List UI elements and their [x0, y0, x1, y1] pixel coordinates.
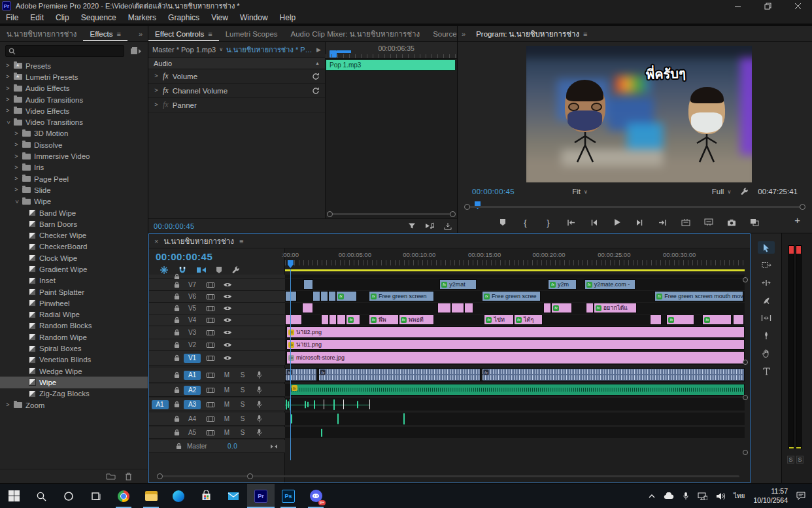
source-patch[interactable]: A1	[149, 400, 171, 409]
V2-lane[interactable]: fxนาย1.png	[285, 339, 745, 350]
timeline-vscroll-knob[interactable]	[743, 360, 748, 365]
lock-toggle[interactable]	[173, 443, 184, 450]
lock-toggle[interactable]	[171, 354, 182, 362]
chevron-right-icon[interactable]: >	[14, 187, 19, 193]
effect-row-volume[interactable]: >fxVolume	[148, 69, 325, 84]
timeline-clip-ไข่ท[interactable]: fxไข่ท	[484, 314, 514, 325]
timeline-clip[interactable]	[328, 291, 336, 301]
selection-tool[interactable]	[758, 241, 775, 254]
effects-tree-item-immersive-video[interactable]: >Immersive Video	[0, 150, 148, 161]
effects-tree-item-clock-wipe[interactable]: Clock Wipe	[0, 252, 148, 263]
track-name-label[interactable]: V2	[184, 341, 201, 350]
mute-button[interactable]: M	[219, 429, 235, 436]
linked-selection-icon[interactable]	[196, 266, 207, 274]
panel-menu-icon[interactable]: ≡	[583, 30, 587, 38]
sync-lock-toggle[interactable]	[202, 430, 219, 436]
chevron-down-icon[interactable]: >	[5, 120, 11, 125]
effects-tree-item-video-transitions[interactable]: >Video Transitions	[0, 116, 148, 127]
voiceover-record-mic[interactable]	[250, 415, 267, 423]
onedrive-icon[interactable]	[664, 492, 674, 500]
effects-tree-item-wedge-wipe[interactable]: Wedge Wipe	[0, 365, 148, 377]
timeline-clip[interactable]	[543, 303, 551, 313]
export-icon[interactable]	[444, 222, 452, 230]
timeline-ruler[interactable]: :00:0000:00:05:0000:00:10:0000:00:15:000…	[285, 250, 745, 275]
tab-effects[interactable]: Effects≡	[83, 26, 127, 41]
chevron-down-icon[interactable]: ∨	[219, 46, 223, 52]
timeline-clip-นาย2.png[interactable]: fxนาย2.png	[286, 326, 745, 338]
effects-tree-item-random-wipe[interactable]: Random Wipe	[0, 331, 148, 343]
chevron-right-icon[interactable]: >	[5, 74, 10, 80]
effects-tree-item-audio-transitions[interactable]: >Audio Transitions	[0, 94, 148, 105]
sync-lock-toggle[interactable]	[202, 330, 219, 336]
track-name[interactable]: V5	[182, 304, 202, 313]
effects-tree-item-wipe[interactable]: Wipe	[0, 377, 148, 388]
V6-lane[interactable]: fxfxFree green screenfxFree green screef…	[285, 291, 745, 302]
razor-tool[interactable]	[758, 294, 775, 307]
chevron-right-icon[interactable]: >	[14, 154, 19, 160]
mute-button[interactable]: M	[219, 401, 235, 408]
timeline-clip[interactable]: fx	[336, 291, 357, 301]
track-name-label[interactable]: V3	[184, 328, 201, 337]
track-output-eye-toggle[interactable]	[219, 317, 236, 323]
track-name-label[interactable]: A4	[184, 415, 201, 424]
effects-tree-item-paint-splatter[interactable]: Paint Splatter	[0, 286, 148, 297]
track-output-eye-toggle[interactable]	[219, 305, 236, 311]
A3-lane[interactable]	[285, 398, 745, 411]
effects-tree-item-band-wipe[interactable]: Band Wipe	[0, 207, 148, 218]
effects-tree-item-3d-motion[interactable]: >3D Motion	[0, 128, 148, 139]
reset-icon[interactable]	[312, 73, 320, 80]
sync-lock-toggle[interactable]	[202, 355, 219, 362]
effects-tree-item-video-effects[interactable]: >Video Effects	[0, 105, 148, 116]
microphone-tray-icon[interactable]	[683, 492, 689, 500]
track-output-eye-toggle[interactable]	[219, 342, 236, 348]
lock-toggle[interactable]	[171, 281, 182, 288]
timeline-clip-microsoft-store.jpg[interactable]: fxmicrosoft-store.jpg	[286, 351, 745, 364]
tab-ec-2[interactable]: Audio Clip Mixer: น.นายชิบหายการช่าง	[284, 26, 427, 41]
timeline-clip-พพอดี[interactable]: fxพพอดี	[399, 314, 435, 325]
sync-lock-toggle[interactable]	[202, 282, 219, 288]
lock-toggle[interactable]	[171, 415, 182, 422]
meter-solo-button[interactable]: S	[787, 456, 794, 464]
V7-lane[interactable]: fxy2matfxy2mfxy2mate.com -	[285, 279, 745, 290]
ripple-edit-tool[interactable]	[758, 277, 775, 289]
track-name[interactable]: A1	[182, 371, 202, 380]
mute-button[interactable]: M	[219, 415, 235, 422]
taskbar-discord[interactable]: 9+	[302, 484, 330, 508]
pen-tool[interactable]	[758, 330, 775, 342]
go-to-in-button[interactable]	[566, 217, 577, 228]
track-name-label[interactable]: A1	[184, 371, 201, 380]
effect-row-panner[interactable]: >fxPanner	[148, 98, 325, 112]
lock-toggle[interactable]	[171, 305, 182, 312]
track-name[interactable]: A5	[182, 428, 202, 437]
track-name-label[interactable]: A5	[184, 428, 201, 437]
sync-lock-toggle[interactable]	[202, 294, 219, 300]
V4-lane[interactable]: fxfxพีพfxพพอดีfxไข่ทfxได้ๆfxfx	[285, 314, 745, 326]
timeline-vscroll-knob[interactable]	[743, 450, 748, 455]
timeline-clip-อยากได้แ[interactable]: fxอยากได้แ	[594, 303, 637, 313]
snap-magnet-icon[interactable]	[178, 265, 187, 275]
keyboard-language[interactable]: ไทย	[734, 491, 745, 501]
timeline-settings-wrench-icon[interactable]	[231, 266, 240, 275]
solo-button[interactable]: S	[235, 371, 250, 379]
effects-tree-item-dissolve[interactable]: >Dissolve	[0, 139, 148, 150]
timeline-clip-นาย1.png[interactable]: fxนาย1.png	[286, 339, 745, 350]
timeline-clip[interactable]	[650, 314, 662, 325]
filter-bin-icon[interactable]	[129, 46, 143, 56]
timeline-clip[interactable]	[285, 314, 302, 325]
close-button[interactable]	[794, 2, 802, 10]
effects-tree-item-radial-wipe[interactable]: Radial Wipe	[0, 309, 148, 320]
play-audio-icon[interactable]	[425, 222, 435, 229]
playback-resolution-select[interactable]: Full∨	[712, 188, 731, 195]
track-name[interactable]: V4	[182, 316, 202, 325]
chevron-right-icon[interactable]: >	[5, 86, 10, 92]
taskbar-mail[interactable]	[220, 484, 247, 508]
timeline-clip[interactable]	[313, 291, 320, 301]
timeline-clip[interactable]	[451, 303, 464, 313]
taskbar-clock[interactable]: 11:57 10/10/2564	[753, 487, 788, 504]
effects-tree-item-checkerboard[interactable]: CheckerBoard	[0, 241, 148, 252]
go-to-out-button[interactable]	[658, 217, 668, 228]
effects-search-input[interactable]	[18, 47, 121, 55]
settings-wrench-icon[interactable]	[740, 188, 749, 196]
effects-tree-item-page-peel[interactable]: >Page Peel	[0, 173, 148, 184]
reset-icon[interactable]	[312, 87, 320, 95]
